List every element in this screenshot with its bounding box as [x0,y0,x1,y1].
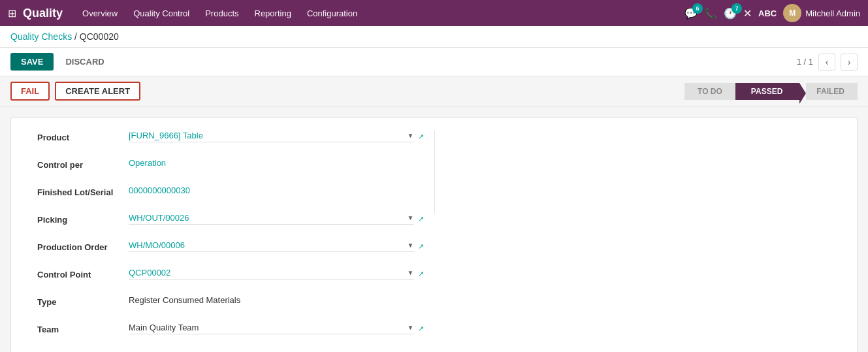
finished-lot-value[interactable]: 0000000000030 [129,185,424,195]
close-button[interactable]: ✕ [743,7,752,20]
picking-external-link-icon[interactable]: ↗ [418,215,424,223]
fail-button[interactable]: FAIL [10,82,50,101]
control-point-dropdown-icon: ▼ [408,269,414,276]
nav-reporting[interactable]: Reporting [248,5,298,22]
user-avatar: M [783,4,801,22]
control-per-label: Control per [37,158,129,170]
team-select[interactable]: Main Quality Team ▼ [129,323,414,334]
team-dropdown-icon: ▼ [408,324,414,331]
status-todo[interactable]: TO DO [684,83,735,100]
picking-value: WH/OUT/00026 ▼ ↗ [129,213,424,225]
phone-button[interactable]: 📞 [704,7,717,20]
app-name: Quality [23,7,63,20]
production-order-label: Production Order [37,240,129,252]
nav-quality-control[interactable]: Quality Control [127,5,196,22]
finished-lot-row: Finished Lot/Serial 0000000000030 [37,185,424,204]
production-order-select[interactable]: WH/MO/00006 ▼ [129,240,414,252]
user-name: Mitchell Admin [805,8,860,18]
breadcrumb-current: QC00020 [80,31,119,42]
form-grid: Product [FURN_9666] Table ▼ ↗ Control pe… [27,131,841,352]
status-failed[interactable]: FAILED [806,83,858,100]
breadcrumb: Quality Checks / QC00020 [0,26,868,48]
finished-lot-label: Finished Lot/Serial [37,185,129,197]
product-select[interactable]: [FURN_9666] Table ▼ [129,131,414,142]
top-navigation: ⊞ Quality Overview Quality Control Produ… [0,0,868,26]
discard-button[interactable]: DISCARD [59,53,110,71]
pager-prev[interactable]: ‹ [818,54,835,71]
type-row: Type Register Consumed Materials [37,295,424,313]
user-menu[interactable]: M Mitchell Admin [783,4,860,22]
product-text: [FURN_9666] Table [129,131,405,140]
picking-label: Picking [37,213,129,225]
main-toolbar: SAVE DISCARD 1 / 1 ‹ › [0,48,868,76]
control-per-value: Operation [129,158,424,168]
team-external-link-icon[interactable]: ↗ [418,325,424,333]
product-dropdown-icon: ▼ [408,132,414,139]
status-bar: TO DO PASSED FAILED [684,83,858,100]
production-order-value: WH/MO/00006 ▼ ↗ [129,240,424,252]
pager-text: 1 / 1 [797,57,813,67]
picking-text: WH/OUT/00026 [129,213,405,223]
company-initials: ABC [758,8,777,18]
picking-dropdown-icon: ▼ [408,214,414,221]
control-point-value: QCP00002 ▼ ↗ [129,268,424,280]
picking-select[interactable]: WH/OUT/00026 ▼ [129,213,414,225]
production-order-external-link-icon[interactable]: ↗ [418,242,424,251]
product-external-link-icon[interactable]: ↗ [418,133,424,141]
team-value: Main Quality Team ▼ ↗ [129,323,424,334]
picking-row: Picking WH/OUT/00026 ▼ ↗ [37,213,424,231]
control-point-external-link-icon[interactable]: ↗ [418,270,424,278]
nav-products[interactable]: Products [199,5,245,22]
control-point-label: Control Point [37,268,129,280]
control-point-text: QCP00002 [129,268,405,278]
save-button[interactable]: SAVE [10,53,54,71]
type-label: Type [37,295,129,307]
nav-overview[interactable]: Overview [76,5,124,22]
status-passed[interactable]: PASSED [735,83,799,100]
phone-icon: 📞 [704,8,717,19]
main-content: Product [FURN_9666] Table ▼ ↗ Control pe… [0,106,868,352]
breadcrumb-parent[interactable]: Quality Checks [10,31,72,42]
team-row: Team Main Quality Team ▼ ↗ [37,323,424,341]
notifications-button[interactable]: 💬 6 [684,7,698,20]
product-label: Product [37,131,129,142]
app-grid-icon[interactable]: ⊞ [8,7,16,20]
production-order-dropdown-icon: ▼ [408,242,414,249]
action-row: FAIL CREATE ALERT TO DO PASSED FAILED [0,76,868,106]
form-divider [434,131,842,213]
timer-button[interactable]: 🕐 7 [724,7,737,20]
control-point-row: Control Point QCP00002 ▼ ↗ [37,268,424,286]
team-text: Main Quality Team [129,323,405,332]
control-per-row: Control per Operation [37,158,424,176]
close-icon: ✕ [743,8,752,19]
notification-badge: 6 [692,3,703,14]
breadcrumb-separator: / [74,31,77,42]
production-order-row: Production Order WH/MO/00006 ▼ ↗ [37,240,424,259]
form-right: Picking WH/OUT/00026 ▼ ↗ Production Orde… [27,213,434,352]
pager-next[interactable]: › [841,54,858,71]
toolbar-right: 1 / 1 ‹ › [797,54,858,71]
create-alert-button[interactable]: CREATE ALERT [55,82,140,101]
product-row: Product [FURN_9666] Table ▼ ↗ [37,131,424,149]
nav-right: 💬 6 📞 🕐 7 ✕ ABC M Mitchell Admin [684,4,860,22]
team-label: Team [37,323,129,334]
type-value: Register Consumed Materials [129,295,424,305]
timer-badge: 7 [731,3,742,14]
control-point-select[interactable]: QCP00002 ▼ [129,268,414,280]
nav-configuration[interactable]: Configuration [300,5,364,22]
form-card: Product [FURN_9666] Table ▼ ↗ Control pe… [10,117,858,352]
product-value: [FURN_9666] Table ▼ ↗ [129,131,424,142]
form-left: Product [FURN_9666] Table ▼ ↗ Control pe… [27,131,434,213]
production-order-text: WH/MO/00006 [129,240,405,250]
